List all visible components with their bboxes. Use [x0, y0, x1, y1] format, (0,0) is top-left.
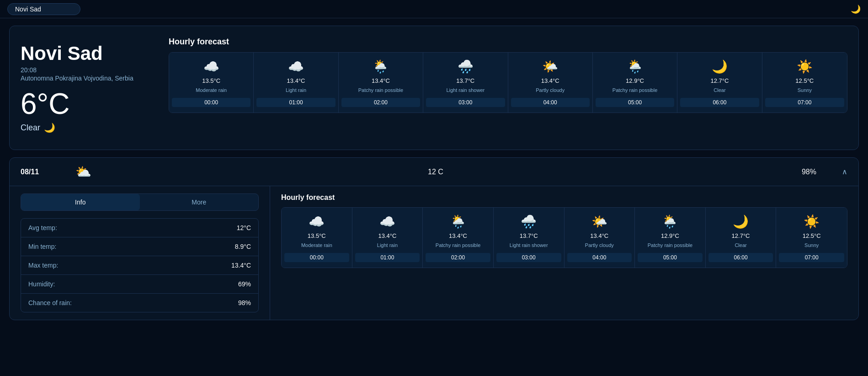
info-row: Humidity: 69%: [21, 275, 258, 294]
hourly-time: 07:00: [779, 253, 844, 262]
hourly-cell: ☁️ 13.5°C Moderate rain 00:00: [282, 208, 352, 268]
hourly-grid-top: ☁️ 13.5°C Moderate rain 00:00 ☁️ 13.4°C …: [169, 52, 847, 113]
day-humidity: 98%: [780, 168, 816, 176]
hourly-time: 07:00: [765, 98, 844, 107]
info-table: Avg temp: 12°C Min temp: 8.9°C Max temp:…: [21, 218, 259, 312]
hourly-time: 05:00: [638, 253, 703, 262]
info-row: Max temp: 13.4°C: [21, 256, 258, 275]
hourly-desc: Clear: [735, 242, 746, 248]
condition-label: Clear: [21, 123, 40, 133]
info-value: 8.9°C: [235, 243, 251, 250]
hourly-temp: 13.4°C: [378, 232, 396, 239]
hourly-cell: 🌦️ 13.4°C Patchy rain possible 02:00: [339, 53, 423, 113]
hourly-temp: 13.4°C: [287, 77, 305, 84]
hourly-section-top: Hourly forecast ☁️ 13.5°C Moderate rain …: [169, 37, 847, 139]
hourly-cell: 🌦️ 13.4°C Patchy rain possible 02:00: [423, 208, 494, 268]
day-weather-icon: ⛅: [75, 164, 91, 179]
hourly-desc: Light rain: [286, 87, 306, 93]
hourly-cell: 🌤️ 13.4°C Partly cloudy 04:00: [564, 208, 635, 268]
hourly-desc: Light rain shower: [510, 242, 548, 248]
hourly-grid-day: ☁️ 13.5°C Moderate rain 00:00 ☁️ 13.4°C …: [281, 207, 847, 268]
hourly-icon: ☁️: [203, 58, 219, 75]
hourly-desc: Patchy rain possible: [436, 242, 480, 248]
hourly-time: 01:00: [256, 98, 335, 107]
hourly-time: 03:00: [426, 98, 505, 107]
info-label: Chance of rain:: [28, 299, 72, 306]
hourly-time: 00:00: [172, 98, 250, 107]
current-weather-left: Novi Sad 20:08 Autonomna Pokrajina Vojvo…: [21, 37, 158, 139]
hourly-temp: 13.4°C: [541, 77, 559, 84]
hourly-desc: Light rain shower: [446, 87, 485, 93]
hourly-icon: 🌤️: [542, 58, 559, 75]
info-value: 69%: [238, 280, 251, 288]
hourly-time: 01:00: [355, 253, 420, 262]
hourly-temp: 13.4°C: [449, 232, 467, 239]
hourly-icon: 🌙: [733, 213, 749, 230]
day-date: 08/11: [21, 168, 57, 176]
info-value: 13.4°C: [231, 262, 251, 269]
hourly-time: 02:00: [341, 98, 420, 107]
hourly-icon: ☀️: [804, 213, 820, 230]
hourly-time: 06:00: [708, 253, 773, 262]
hourly-desc: Partly cloudy: [536, 87, 564, 93]
info-row: Avg temp: 12°C: [21, 219, 258, 237]
info-label: Avg temp:: [28, 224, 57, 231]
hourly-cell: 🌙 12.7°C Clear 06:00: [706, 208, 777, 268]
hourly-cell: ☁️ 13.4°C Light rain 01:00: [254, 53, 338, 113]
hourly-cell: 🌙 12.7°C Clear 06:00: [677, 53, 762, 113]
city-name: Novi Sad: [21, 43, 158, 64]
hourly-temp: 13.4°C: [372, 77, 390, 84]
info-row: Min temp: 8.9°C: [21, 237, 258, 256]
hourly-icon: 🌦️: [450, 213, 466, 230]
hourly-temp: 12.7°C: [732, 232, 750, 239]
hourly-cell: 🌧️ 13.7°C Light rain shower 03:00: [494, 208, 564, 268]
dark-mode-toggle[interactable]: 🌙: [851, 4, 861, 14]
day-temp: 12 C: [110, 168, 761, 176]
hourly-icon: 🌧️: [457, 58, 474, 75]
topbar: 🌙: [0, 0, 868, 18]
day-info-panel: Info More Avg temp: 12°C Min temp: 8.9°C…: [10, 186, 270, 320]
hourly-desc: Sunny: [804, 242, 819, 248]
current-temp: 6°C: [21, 89, 158, 118]
hourly-temp: 13.5°C: [308, 232, 326, 239]
condition-icon: 🌙: [44, 122, 55, 133]
hourly-icon: ☁️: [288, 58, 304, 75]
current-time: 20:08: [21, 66, 158, 74]
hourly-cell: 🌦️ 12.9°C Patchy rain possible 05:00: [635, 208, 706, 268]
hourly-time: 04:00: [567, 253, 632, 262]
hourly-time: 03:00: [496, 253, 561, 262]
info-value: 98%: [238, 299, 251, 306]
hourly-desc: Patchy rain possible: [358, 87, 403, 93]
hourly-icon: 🌦️: [373, 58, 389, 75]
hourly-time: 05:00: [596, 98, 674, 107]
hourly-icon: ☀️: [796, 58, 813, 75]
hourly-desc: Clear: [714, 87, 725, 93]
hourly-icon: 🌦️: [662, 213, 678, 230]
hourly-desc: Patchy rain possible: [612, 87, 657, 93]
hourly-time: 00:00: [284, 253, 349, 262]
hourly-temp: 13.5°C: [202, 77, 220, 84]
day-expand-chevron[interactable]: ∧: [842, 167, 847, 176]
day-hourly-panel: Hourly forecast ☁️ 13.5°C Moderate rain …: [270, 186, 858, 320]
hourly-time: 02:00: [426, 253, 490, 262]
hourly-cell: ☀️ 12.5°C Sunny 07:00: [776, 208, 847, 268]
hourly-icon: 🌧️: [521, 213, 537, 230]
hourly-cell: ☁️ 13.4°C Light rain 01:00: [352, 208, 423, 268]
search-input[interactable]: [7, 3, 80, 15]
tab-info[interactable]: Info: [21, 194, 140, 210]
hourly-cell: 🌤️ 13.4°C Partly cloudy 04:00: [508, 53, 593, 113]
day-hourly-title: Hourly forecast: [281, 193, 847, 202]
current-region: Autonomna Pokrajina Vojvodina, Serbia: [21, 75, 158, 82]
hourly-icon: ☁️: [309, 213, 325, 230]
info-label: Humidity:: [28, 280, 55, 288]
hourly-time: 04:00: [511, 98, 590, 107]
hourly-temp: 12.9°C: [661, 232, 679, 239]
day-header: 08/11 ⛅ 12 C 98% ∧: [10, 158, 858, 186]
hourly-temp: 13.7°C: [520, 232, 538, 239]
day-forecast-card: 08/11 ⛅ 12 C 98% ∧ Info More Avg temp: 1…: [9, 157, 859, 320]
info-value: 12°C: [237, 224, 251, 231]
hourly-icon: 🌤️: [591, 213, 607, 230]
hourly-temp: 13.7°C: [456, 77, 474, 84]
current-weather-card: Novi Sad 20:08 Autonomna Pokrajina Vojvo…: [9, 26, 859, 150]
tab-more[interactable]: More: [140, 194, 259, 210]
